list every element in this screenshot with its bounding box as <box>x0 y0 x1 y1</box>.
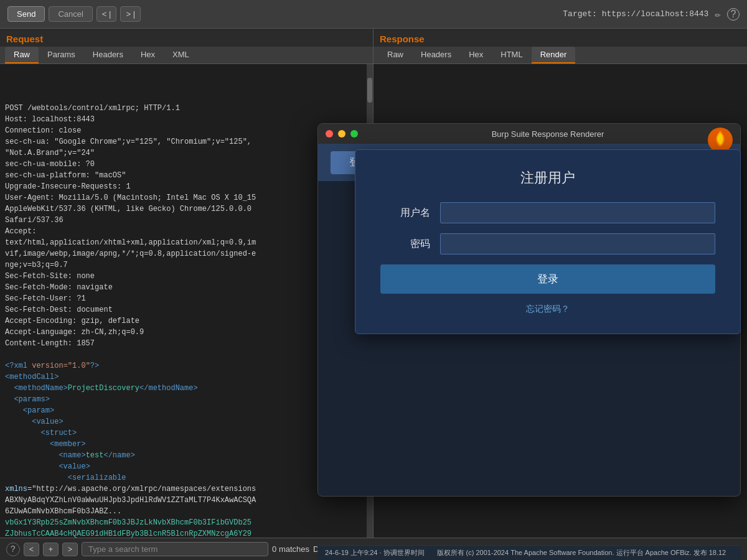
toolbar-right: Target: https://localhost:8443 ✏️ ? <box>563 8 740 21</box>
password-input[interactable] <box>440 233 715 254</box>
close-button[interactable] <box>326 130 333 138</box>
search-input[interactable] <box>82 542 268 556</box>
tab-raw[interactable]: Raw <box>5 47 39 63</box>
password-row: 密码 <box>380 233 715 254</box>
target-label: Target: https://localhost:8443 <box>563 9 708 19</box>
tab-response-render[interactable]: Render <box>532 47 576 63</box>
toolbar-left: Send Cancel < | > | <box>7 6 141 22</box>
scrollbar-thumb <box>367 78 372 103</box>
tab-response-hex[interactable]: Hex <box>460 47 492 63</box>
response-title: Response <box>374 29 747 47</box>
renderer-status: 24-6-19 上午9:24 · 协调世界时间 版权所有 (c) 2001-20… <box>317 545 741 560</box>
maximize-button[interactable] <box>350 130 358 138</box>
help-bottom-icon[interactable]: ? <box>6 543 20 556</box>
request-tab-bar: Raw Params Headers Hex XML <box>0 47 373 64</box>
username-row: 用户名 <box>380 202 715 223</box>
register-dialog: 注册用户 用户名 密码 登录 忘记密码？ <box>355 149 741 334</box>
forgot-password-link[interactable]: 忘记密码？ <box>380 304 715 315</box>
register-title: 注册用户 <box>380 169 715 187</box>
renderer-datetime: 24-6-19 上午9:24 · 协调世界时间 <box>325 548 425 558</box>
top-toolbar: Send Cancel < | > | Target: https://loca… <box>0 0 747 29</box>
burp-logo <box>708 128 733 152</box>
matches-label: 0 matches <box>272 544 309 554</box>
prev-match-button[interactable]: < <box>24 543 39 556</box>
request-title: Request <box>0 29 373 47</box>
tab-hex[interactable]: Hex <box>132 47 164 63</box>
renderer-titlebar: Burp Suite Response Renderer <box>318 124 740 144</box>
nav-fwd-button[interactable]: > | <box>120 6 141 22</box>
minimize-button[interactable] <box>338 130 345 138</box>
tab-params[interactable]: Params <box>39 47 84 63</box>
password-label: 密码 <box>380 238 430 251</box>
renderer-copyright: 版权所有 (c) 2001-2024 The Apache Software F… <box>437 548 726 558</box>
response-tab-bar: Raw Headers Hex HTML Render <box>374 47 747 64</box>
renderer-title: Burp Suite Response Renderer <box>363 129 733 139</box>
request-content: POST /webtools/control/xmlrpc; HTTP/1.1 … <box>5 91 368 538</box>
send-button[interactable]: Send <box>7 6 45 22</box>
cancel-button[interactable]: Cancel <box>49 6 92 22</box>
username-input[interactable] <box>440 202 715 223</box>
tab-headers[interactable]: Headers <box>84 47 132 63</box>
edit-icon[interactable]: ✏️ <box>715 8 721 21</box>
tab-response-raw[interactable]: Raw <box>378 47 412 63</box>
tab-xml[interactable]: XML <box>164 47 198 63</box>
username-label: 用户名 <box>380 207 430 220</box>
tab-response-html[interactable]: HTML <box>492 47 531 63</box>
add-button[interactable]: + <box>43 543 59 556</box>
tab-response-headers[interactable]: Headers <box>412 47 460 63</box>
nav-back-button[interactable]: < | <box>96 6 117 22</box>
help-icon[interactable]: ? <box>727 8 740 21</box>
next-match-button[interactable]: > <box>62 543 78 556</box>
dialog-login-button[interactable]: 登录 <box>380 264 715 294</box>
